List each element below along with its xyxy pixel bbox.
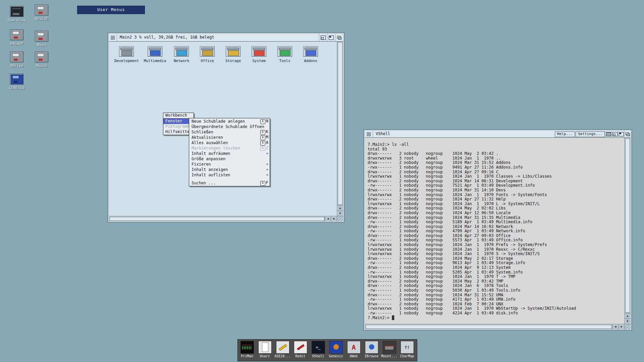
- menu-shortcut: K: [260, 129, 268, 135]
- close-gadget[interactable]: [365, 131, 373, 137]
- vertical-scrollbar[interactable]: ▲ ▼: [337, 42, 343, 216]
- settings-button[interactable]: Settings...: [576, 131, 605, 137]
- menu-item[interactable]: Neue Schublade anlegen N: [189, 119, 270, 124]
- drawer-top: [279, 48, 291, 50]
- iconify-gadget[interactable]: [611, 131, 618, 137]
- menu-item-label: Neue Schublade anlegen: [192, 119, 245, 124]
- drawer-icon-item[interactable]: Multimedia: [144, 46, 166, 63]
- dock-item[interactable]: ASE20...: [274, 340, 291, 361]
- desktop-disk-icon[interactable]: Ram Disk: [3, 5, 31, 22]
- list-gadget[interactable]: [605, 131, 611, 137]
- menu-item[interactable]: Inhalt anzeigen »: [189, 167, 270, 172]
- scroll-down-arrow[interactable]: ▼: [337, 210, 343, 216]
- menu-item-right: A: [260, 140, 268, 145]
- menu-shortcut: Z: [260, 145, 268, 151]
- zoom-gadget[interactable]: [327, 34, 335, 41]
- desktop-disk-icon[interactable]: BACKUP: [3, 29, 31, 46]
- menu-item[interactable]: Aktualisieren M: [189, 135, 270, 140]
- desktop-disk-icon[interactable]: GENESiS: [3, 73, 31, 90]
- dock-item-label: Mount...: [380, 354, 398, 358]
- desktop-disk-icon[interactable]: Main2: [28, 51, 56, 68]
- menu-item[interactable]: Suchen ... F: [189, 180, 270, 186]
- shell-output[interactable]: 7.Main2:> ls -all total 93 drwx------ 2 …: [365, 138, 624, 320]
- dock-item-label: IBrowse: [363, 354, 380, 358]
- drawer-icon-item[interactable]: System: [249, 46, 269, 63]
- scroll-up-arrow[interactable]: ▲: [337, 205, 343, 211]
- drawer-icon: [303, 46, 318, 58]
- vshell-content: 7.Main2:> ls -all total 93 drwx------ 2 …: [365, 138, 625, 324]
- menu-item[interactable]: Schließen K: [189, 129, 270, 135]
- disk-icon: [34, 51, 50, 63]
- menu-item[interactable]: Inhalt auflisten »: [189, 172, 270, 178]
- scroll-up-arrow[interactable]: ▲: [625, 313, 631, 319]
- dock-icon-glyph: >_: [316, 345, 320, 350]
- dock-item[interactable]: Redit: [291, 340, 309, 361]
- vertical-scrollbar[interactable]: ▲ ▼: [625, 138, 631, 324]
- dock-item[interactable]: Mount...: [380, 340, 398, 361]
- desktop-disk-icon[interactable]: Main: [28, 30, 56, 47]
- dock-item[interactable]: >_ VShell: [309, 340, 327, 361]
- dock-item[interactable]: Genesis: [327, 340, 345, 361]
- vshell-titlebar[interactable]: VShell Help... Settings...: [365, 131, 631, 138]
- main2-titlebar[interactable]: Main2 3 % voll, 39,2GB frei, 1GB belegt: [109, 34, 343, 42]
- scroll-left-arrow[interactable]: ◀: [325, 216, 331, 222]
- vertical-scroll-thumb[interactable]: [625, 138, 630, 313]
- scroll-right-arrow[interactable]: ▶: [331, 216, 337, 222]
- menu-item[interactable]: Markierungen löschen Z: [189, 145, 270, 151]
- dock-tool-icon: [383, 341, 396, 354]
- menu-item[interactable]: Übergeordnete Schublade öffnen: [189, 124, 270, 129]
- drawer-art-accent: [228, 50, 239, 56]
- menu-item[interactable]: Fixieren »: [189, 162, 270, 167]
- dock-item[interactable]: Unarc: [256, 340, 274, 361]
- dock-item[interactable]: PriMan: [238, 340, 256, 361]
- scroll-down-arrow[interactable]: ▼: [625, 318, 631, 324]
- dock-item[interactable]: A AWeb: [345, 340, 363, 361]
- zoom-gadget[interactable]: [618, 131, 624, 137]
- amiga-key-icon: [260, 135, 265, 140]
- amiga-key-icon: [260, 119, 265, 124]
- drawer-icon-item[interactable]: Addons: [300, 46, 321, 63]
- depth-gadget[interactable]: [624, 131, 631, 137]
- user-menus-titlebar[interactable]: User Menus: [77, 6, 145, 14]
- drawer-icon-item[interactable]: Office: [197, 46, 218, 63]
- menu-item[interactable]: Größe anpassen: [189, 156, 270, 162]
- drawer-icon-item[interactable]: Development: [114, 46, 139, 63]
- iconify-gadget[interactable]: [319, 34, 327, 41]
- desktop-disk-icon[interactable]: DDrive: [3, 51, 31, 68]
- dock-item-label: ASE20...: [274, 354, 291, 358]
- horizontal-scroll-thumb[interactable]: [366, 325, 612, 329]
- menu-item-label: Suchen ...: [192, 181, 216, 186]
- close-gadget[interactable]: [109, 34, 117, 41]
- scroll-right-arrow[interactable]: ▶: [618, 324, 625, 329]
- disk-icon: [34, 30, 50, 42]
- dock-item[interactable]: IBrowse: [363, 340, 380, 361]
- resize-gadget[interactable]: [337, 216, 343, 222]
- shortcut-letter: M: [266, 135, 268, 139]
- drawer-art-accent: [254, 50, 265, 56]
- drawer-icon-item[interactable]: Network: [171, 46, 192, 63]
- horizontal-scrollbar[interactable]: ◀ ▶: [109, 216, 337, 222]
- menu-item-right: »: [266, 162, 268, 167]
- resize-gadget[interactable]: [624, 324, 631, 329]
- drawer-top: [305, 48, 317, 50]
- horizontal-scroll-thumb[interactable]: [110, 217, 324, 221]
- scroll-left-arrow[interactable]: ◀: [612, 324, 619, 329]
- horizontal-scrollbar[interactable]: ◀ ▶: [365, 324, 625, 329]
- menu-item-right: M: [260, 135, 268, 140]
- depth-gadget[interactable]: [335, 34, 343, 41]
- menu-item-right: »: [266, 167, 268, 172]
- help-button[interactable]: Help...: [555, 131, 575, 137]
- menu-item-right: »: [266, 151, 268, 156]
- submenu-arrow-icon: »: [266, 173, 268, 177]
- close-icon: [111, 36, 115, 40]
- dock-item[interactable]: ?! CharMap: [398, 340, 416, 361]
- vertical-scroll-thumb[interactable]: [338, 42, 342, 205]
- menu-item-label: Aktualisieren: [192, 135, 223, 140]
- menu-item[interactable]: Alles auswählen A: [189, 140, 270, 145]
- drawer-icon-item[interactable]: Storage: [223, 46, 244, 63]
- menu-item[interactable]: Inhalt aufräumen »: [189, 151, 270, 156]
- depth-icon: [337, 36, 341, 40]
- disk-label-strip: [37, 33, 44, 36]
- drawer-icon-item[interactable]: Tools: [274, 46, 295, 63]
- desktop-disk-icon[interactable]: RESCUE: [28, 4, 56, 21]
